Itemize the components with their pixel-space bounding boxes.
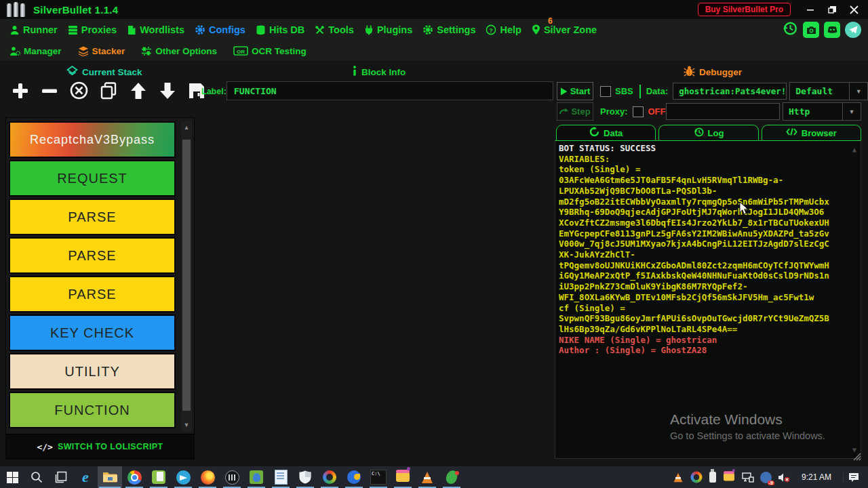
stack-panel: RecaptchaV3BypassREQUESTPARSEPARSEPARSEK… <box>5 117 195 460</box>
search-icon[interactable] <box>24 466 49 488</box>
blue-circle-app-icon[interactable] <box>342 466 366 488</box>
start-button[interactable] <box>0 466 24 488</box>
ocr-icon: OR <box>233 46 248 56</box>
stack-block[interactable]: REQUEST <box>9 160 176 197</box>
task-view-button[interactable] <box>49 466 73 488</box>
chevron-down-icon[interactable]: ▼ <box>849 83 867 100</box>
green-app-icon[interactable] <box>244 466 269 488</box>
command-prompt-icon[interactable]: C:\ <box>366 466 391 488</box>
menu-settings[interactable]: Settings <box>422 24 475 35</box>
start-button[interactable]: Start <box>557 82 593 100</box>
log-line: Author : (Single) = GhostZA28 <box>559 345 861 356</box>
tab-data[interactable]: Data <box>556 125 656 140</box>
cake-app-icon[interactable] <box>391 466 415 488</box>
vlc-icon[interactable] <box>415 466 439 488</box>
duplicate-block-button[interactable] <box>99 81 119 100</box>
minimize-button[interactable] <box>802 3 819 16</box>
proxy-checkbox[interactable] <box>633 106 644 117</box>
menu-plugins[interactable]: Plugins <box>364 24 412 35</box>
menu-proxies[interactable]: Proxies <box>68 24 117 35</box>
stack-block[interactable]: FUNCTION <box>9 392 176 428</box>
close-button[interactable] <box>845 3 863 16</box>
silverbullet-app-icon[interactable] <box>220 466 244 488</box>
runner-icon <box>9 25 20 35</box>
submenu-stacker[interactable]: Stacker <box>78 46 125 56</box>
stack-scrollbar[interactable]: ▲ ▼ <box>181 121 192 432</box>
discord-icon[interactable] <box>824 22 840 38</box>
plug-icon <box>364 25 374 35</box>
stack-block[interactable]: PARSE <box>9 237 176 274</box>
wordlist-type-dropdown[interactable]: Default ▼ <box>789 82 868 100</box>
step-button[interactable]: Step <box>557 102 593 121</box>
defender-shield-icon[interactable] <box>293 466 317 488</box>
file-explorer-icon[interactable] <box>98 466 122 488</box>
submenu-ocr-testing[interactable]: OR OCR Testing <box>233 46 307 56</box>
tab-browser[interactable]: Browser <box>762 125 861 140</box>
debugger-row-2: Step Proxy: OFF Http ▼ <box>557 102 861 121</box>
menu-configs[interactable]: Configs <box>195 24 245 35</box>
wordlists-icon <box>127 25 136 35</box>
chrome-icon[interactable] <box>122 466 146 488</box>
stack-block[interactable]: PARSE <box>9 199 176 235</box>
maximize-button[interactable] <box>823 3 841 16</box>
submenu-manager[interactable]: Manager <box>9 46 62 56</box>
stack-block[interactable]: UTILITY <box>9 353 176 390</box>
log-line: Y9BRhq-69DoQ9qjecAdjGPJFoUtjMJ7qWorhCJog… <box>559 207 861 218</box>
telegram-icon[interactable] <box>845 22 861 38</box>
block-label-input[interactable]: FUNCTION <box>226 81 553 100</box>
usb-tray-icon[interactable] <box>709 472 716 483</box>
screenshot-camera-icon[interactable] <box>803 22 819 38</box>
proxy-input[interactable] <box>666 103 780 120</box>
scroll-up-icon[interactable]: ▲ <box>181 122 192 133</box>
chevron-down-icon[interactable]: ▼ <box>842 103 861 120</box>
move-up-button[interactable] <box>129 81 148 100</box>
menu-runner[interactable]: Runner <box>9 24 58 35</box>
resize-grip-icon[interactable] <box>853 451 861 464</box>
cake-tray-icon[interactable] <box>722 472 736 482</box>
chrome-tray-icon[interactable] <box>690 470 703 484</box>
vlc-tray-icon[interactable] <box>673 472 684 483</box>
internet-explorer-icon[interactable]: e <box>73 466 98 488</box>
firefox-icon[interactable] <box>195 466 220 488</box>
notepad-plus-plus-icon[interactable] <box>146 466 171 488</box>
telegram-icon[interactable] <box>171 466 195 488</box>
menu-wordlists[interactable]: Wordlists <box>127 24 184 35</box>
remove-block-button[interactable] <box>40 81 59 100</box>
move-down-button[interactable] <box>158 81 177 100</box>
block-info-header: Block Info <box>352 66 406 78</box>
scroll-down-icon[interactable]: ▼ <box>181 420 192 430</box>
notepad-icon[interactable] <box>269 466 293 488</box>
switch-to-loliscript-button[interactable]: </> SWITCH TO LOLISCRIPT <box>6 434 194 459</box>
scroll-up-icon[interactable]: ▲ <box>852 144 856 155</box>
windows-taskbar: e C:\ -9 9:21 AM <box>0 466 868 488</box>
debug-data-input[interactable]: ghostrican:Pats4ever! <box>673 83 787 100</box>
network-tray-icon[interactable] <box>742 472 754 483</box>
submenu-other-options[interactable]: Other Options <box>141 46 217 56</box>
taskbar-clock[interactable]: 9:21 AM <box>796 472 837 482</box>
proxy-type-dropdown[interactable]: Http ▼ <box>783 102 861 121</box>
buy-pro-button[interactable]: Buy SilverBullet Pro <box>698 3 791 16</box>
action-center-icon[interactable] <box>843 472 864 483</box>
clear-blocks-button[interactable] <box>69 81 89 100</box>
parrot-app-icon[interactable] <box>439 466 464 488</box>
add-block-button[interactable] <box>11 81 30 100</box>
log-line: XK-JukAYzZhClT- <box>559 249 861 260</box>
colorful-ring-icon[interactable] <box>317 466 342 488</box>
menu-tools[interactable]: Tools <box>315 24 354 35</box>
log-line: tPQgemv8oUJNKUiKHCxZGboADml80Zct2zqmH6mC… <box>559 260 861 271</box>
log-line: BOT STATUS: SUCCESS <box>559 143 861 154</box>
stack-block[interactable]: RecaptchaV3Bypass <box>9 121 176 158</box>
history-icon[interactable] <box>782 20 798 39</box>
menu-silver-zone[interactable]: 6 Silver Zone <box>532 24 597 35</box>
menu-help[interactable]: ? Help <box>486 24 521 35</box>
menu-hitsdb[interactable]: Hits DB <box>256 24 304 35</box>
stack-block[interactable]: PARSE <box>9 276 176 312</box>
scrollbar-thumb[interactable] <box>182 140 191 411</box>
notification-app-tray-icon[interactable]: -9 <box>760 472 772 483</box>
log-line: LPUXAb52WjQ9BC7bOO8TLa-PQSDl3b- <box>559 186 861 197</box>
stack-block[interactable]: KEY CHECK <box>9 314 176 351</box>
volume-muted-icon[interactable] <box>778 472 790 483</box>
tab-log[interactable]: Log <box>658 125 758 140</box>
log-line: lHs6Bp39qZa/Gd6vKPPlNoLTaRL4SPe4A== <box>559 324 861 335</box>
sbs-checkbox[interactable] <box>600 86 611 97</box>
